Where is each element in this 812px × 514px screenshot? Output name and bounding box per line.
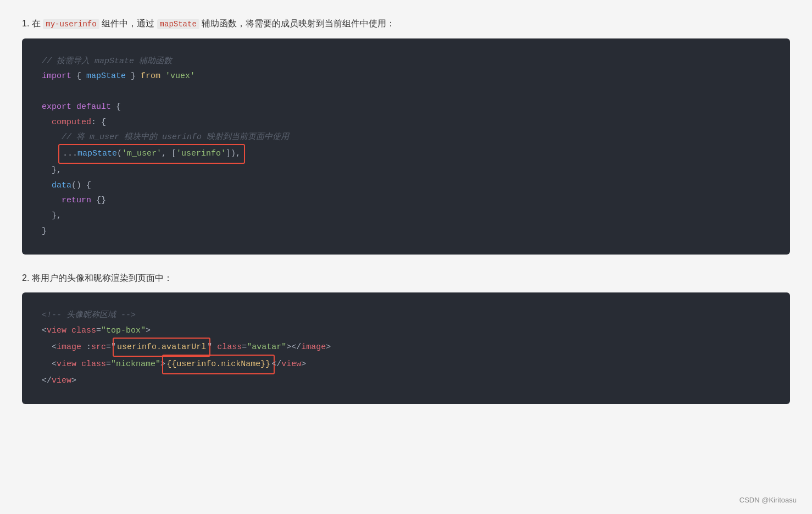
code-content-1: // 按需导入 mapState 辅助函数 import { mapState … — [42, 54, 770, 239]
image-lt: < — [52, 342, 57, 352]
import-space — [160, 71, 165, 81]
vuex-string: 'vuex' — [165, 71, 195, 81]
image-src-eq: = — [106, 342, 111, 352]
nickname-view-lt: < — [52, 360, 57, 369]
image-tag-name: image — [57, 342, 81, 352]
section-2-title: 2. 将用户的头像和昵称渲染到页面中： — [22, 271, 790, 285]
from-keyword: from — [141, 71, 160, 81]
title-mid1: 组件中，通过 — [102, 19, 154, 28]
mapstate-call: mapState — [77, 149, 117, 158]
return-keyword: return — [62, 196, 91, 205]
view-tag-name: view — [47, 326, 66, 335]
view-tag-open-lt: < — [42, 326, 47, 335]
nickname-close-gt: > — [301, 360, 306, 369]
computed-colon: : { — [91, 118, 106, 127]
userinfo-string: 'userinfo' — [176, 149, 226, 158]
computed-prop — [42, 118, 52, 127]
default-keyword: default — [76, 102, 111, 112]
comment-1: // 按需导入 mapState 辅助函数 — [42, 57, 172, 66]
image-close-gt: > — [326, 342, 331, 352]
image-class-val: "avatar" — [247, 342, 286, 352]
watermark: CSDN @Kiritoasu — [739, 496, 797, 504]
import-brace-open: { — [71, 71, 86, 81]
view-tag-close-gt: > — [146, 326, 151, 335]
mapstate-bracket-close: ]), — [226, 149, 241, 158]
section-1-title: 1. 在 my-userinfo 组件中，通过 mapState 辅助函数，将需… — [22, 16, 790, 31]
image-src-quote-close: " — [207, 342, 217, 352]
view-class-attr: class — [71, 326, 96, 335]
section-1: 1. 在 my-userinfo 组件中，通过 mapState 辅助函数，将需… — [22, 16, 790, 255]
return-braces: {} — [91, 196, 106, 205]
import-keyword: import — [42, 71, 71, 81]
view-class-val: "top-box" — [101, 326, 146, 335]
export-brace-open: { — [111, 102, 121, 112]
view-class-eq: = — [96, 326, 101, 335]
image-close-tag: ></ — [286, 342, 301, 352]
export-space — [71, 102, 76, 112]
comment-2: // 将 m_user 模块中的 userinfo 映射到当前页面中使用 — [42, 132, 289, 142]
export-close: } — [42, 226, 47, 236]
nickname-highlight: {{userinfo.nickName}} — [162, 355, 275, 374]
avatar-url-highlight: userinfo.avatarUrl — [113, 338, 210, 357]
data-parens: () { — [71, 181, 91, 190]
nickname-class-eq: = — [106, 360, 111, 369]
mapstate-comma: , [ — [162, 149, 176, 158]
image-close-tag-name: image — [301, 342, 326, 352]
mapstate-paren-open: ( — [117, 149, 122, 158]
view-close-name: view — [52, 376, 71, 385]
image-class-eq: = — [242, 342, 247, 352]
mapstate-highlight-box: ...mapState('m_user', ['userinfo']), — [58, 144, 245, 164]
code-block-2: <!-- 头像昵称区域 --> <view class="top-box"> <… — [22, 292, 790, 404]
code-block-1: // 按需导入 mapState 辅助函数 import { mapState … — [22, 38, 790, 255]
html-comment: <!-- 头像昵称区域 --> — [42, 311, 136, 320]
data-close: }, — [42, 211, 62, 220]
section-2: 2. 将用户的头像和昵称渲染到页面中： <!-- 头像昵称区域 --> <vie… — [22, 271, 790, 404]
avatar-url-val: userinfo.avatarUrl — [117, 342, 206, 352]
spread-op: ... — [63, 149, 77, 158]
view-class-space — [66, 326, 71, 335]
view-close-gt: > — [71, 376, 76, 385]
computed-close: }, — [42, 165, 62, 175]
component-name-code: my-userinfo — [43, 19, 99, 29]
export-keyword: export — [42, 102, 71, 112]
data-prop — [42, 181, 52, 190]
title-mid2: 辅助函数，将需要的成员映射到当前组件中使用： — [202, 19, 395, 28]
return-line — [42, 196, 62, 205]
nickname-class-space — [76, 360, 81, 369]
image-src-attr: src — [91, 342, 106, 352]
m-user-string: 'm_user' — [122, 149, 162, 158]
mapstate-import: mapState — [86, 71, 126, 81]
image-src-colon: : — [81, 342, 91, 352]
nickname-template: {{userinfo.nickName}} — [166, 360, 270, 369]
nickname-class-val: "nickname" — [111, 360, 160, 369]
nickname-class-attr: class — [81, 360, 106, 369]
nickname-close-name: view — [281, 360, 301, 369]
title-prefix: 1. 在 — [22, 19, 41, 28]
computed-label: computed — [52, 118, 91, 127]
view-close-lt: </ — [42, 376, 52, 385]
helper-name-code: mapState — [157, 19, 199, 29]
import-brace-close: } — [126, 71, 141, 81]
image-class-attr: class — [217, 342, 242, 352]
nickname-view-name: view — [57, 360, 76, 369]
nickname-close-tag: </ — [271, 360, 281, 369]
data-func: data — [52, 181, 71, 190]
code-content-2: <!-- 头像昵称区域 --> <view class="top-box"> <… — [42, 308, 770, 389]
